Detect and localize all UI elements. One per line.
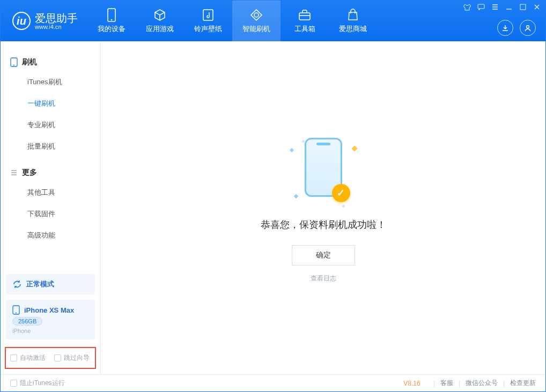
- svg-point-6: [527, 26, 529, 28]
- menu-icon[interactable]: [491, 3, 499, 11]
- view-log-link[interactable]: 查看日志: [311, 274, 336, 283]
- user-button[interactable]: [520, 20, 536, 36]
- refresh-icon: [249, 8, 263, 22]
- sidebar-item-other-tools[interactable]: 其他工具: [1, 182, 100, 203]
- content-body: 刷机 iTunes刷机 一键刷机 专业刷机 批量刷机 更多 其他工具 下载固件 …: [1, 41, 545, 374]
- svg-rect-3: [299, 13, 310, 20]
- highlighted-options: 自动激活 跳过向导: [5, 347, 96, 369]
- success-message: 恭喜您，保资料刷机成功啦！: [261, 218, 386, 231]
- app-site: www.i4.cn: [35, 24, 78, 30]
- sidebar: 刷机 iTunes刷机 一键刷机 专业刷机 批量刷机 更多 其他工具 下载固件 …: [1, 41, 101, 374]
- footer-link-support[interactable]: 客服: [440, 379, 453, 388]
- tab-smart-flash[interactable]: 智能刷机: [232, 1, 281, 41]
- sidebar-item-onekey-flash[interactable]: 一键刷机: [1, 93, 100, 114]
- music-icon: [201, 8, 215, 22]
- device-card[interactable]: iPhone XS Max 256GB iPhone: [6, 300, 95, 339]
- checkbox-auto-activate[interactable]: 自动激活: [10, 353, 46, 363]
- device-name: iPhone XS Max: [24, 306, 74, 314]
- result-card: ✓ 恭喜您，保资料刷机成功啦！ 确定 查看日志: [261, 132, 386, 283]
- tab-label: 铃声壁纸: [194, 24, 222, 34]
- tab-label: 爱思商城: [339, 24, 367, 34]
- minimize-icon[interactable]: [505, 3, 513, 11]
- svg-point-8: [13, 65, 14, 66]
- svg-rect-5: [520, 4, 526, 10]
- checkbox-icon: [10, 354, 17, 361]
- cube-icon: [153, 8, 167, 22]
- download-button[interactable]: [497, 20, 513, 36]
- close-icon[interactable]: [533, 3, 541, 11]
- tab-apps-games[interactable]: 应用游戏: [136, 1, 184, 41]
- checkbox-block-itunes[interactable]: 阻止iTunes运行: [10, 379, 65, 388]
- main-panel: ✓ 恭喜您，保资料刷机成功啦！ 确定 查看日志: [101, 41, 545, 374]
- toolbox-icon: [298, 8, 312, 22]
- device-capacity: 256GB: [12, 317, 42, 326]
- svg-point-10: [16, 313, 17, 314]
- logo-area: iu 爱思助手 www.i4.cn: [1, 1, 87, 41]
- feedback-icon[interactable]: [477, 3, 485, 11]
- nav-tabs: 我的设备 应用游戏 铃声壁纸 智能刷机: [87, 1, 377, 41]
- sidebar-group-more: 更多 其他工具 下载固件 高级功能: [1, 160, 100, 249]
- app-title: 爱思助手: [35, 12, 78, 24]
- tab-store[interactable]: 爱思商城: [329, 1, 377, 41]
- skin-icon[interactable]: [463, 3, 471, 11]
- list-icon: [10, 169, 18, 176]
- checkbox-icon: [10, 380, 17, 387]
- checkbox-skip-guide[interactable]: 跳过向导: [54, 353, 90, 363]
- sidebar-group-flash: 刷机 iTunes刷机 一键刷机 专业刷机 批量刷机: [1, 50, 100, 160]
- sidebar-item-itunes-flash[interactable]: iTunes刷机: [1, 71, 100, 93]
- sidebar-group-header: 更多: [1, 164, 100, 182]
- checkbox-icon: [54, 354, 61, 361]
- sidebar-item-advanced[interactable]: 高级功能: [1, 225, 100, 246]
- bag-icon: [346, 8, 360, 22]
- footer-link-update[interactable]: 检查更新: [510, 379, 536, 388]
- tab-toolbox[interactable]: 工具箱: [281, 1, 329, 41]
- svg-point-1: [111, 19, 113, 21]
- sidebar-item-download-firmware[interactable]: 下载固件: [1, 203, 100, 225]
- device-mode-label: 正常模式: [26, 279, 54, 289]
- check-badge-icon: ✓: [332, 184, 350, 202]
- device-mode-card[interactable]: 正常模式: [6, 274, 95, 294]
- version-label: V8.16: [403, 380, 420, 387]
- device-icon: [105, 8, 119, 22]
- titlebar: iu 爱思助手 www.i4.cn 我的设备 应用游戏: [1, 1, 545, 41]
- sidebar-group-header: 刷机: [1, 53, 100, 71]
- maximize-icon[interactable]: [519, 3, 527, 11]
- tab-label: 工具箱: [294, 24, 315, 34]
- logo-icon: iu: [12, 12, 31, 30]
- svg-rect-2: [203, 10, 213, 20]
- tab-ringtones[interactable]: 铃声壁纸: [184, 1, 232, 41]
- tab-label: 我的设备: [98, 24, 126, 34]
- sync-icon: [12, 279, 22, 289]
- sidebar-item-batch-flash[interactable]: 批量刷机: [1, 136, 100, 157]
- header-right: [497, 20, 536, 36]
- statusbar: 阻止iTunes运行 V8.16 | 客服 | 微信公众号 | 检查更新: [1, 374, 545, 391]
- device-sub: iPhone: [12, 328, 88, 334]
- sidebar-item-pro-flash[interactable]: 专业刷机: [1, 114, 100, 136]
- footer-link-wechat[interactable]: 微信公众号: [466, 379, 498, 388]
- tab-label: 智能刷机: [242, 24, 270, 34]
- svg-rect-4: [478, 4, 484, 9]
- app-window: iu 爱思助手 www.i4.cn 我的设备 应用游戏: [0, 0, 546, 392]
- phone-small-icon: [10, 57, 18, 67]
- confirm-button[interactable]: 确定: [292, 245, 355, 265]
- window-controls: [463, 3, 541, 11]
- phone-small-icon: [12, 305, 20, 315]
- tab-label: 应用游戏: [146, 24, 174, 34]
- success-illustration: ✓: [281, 132, 366, 208]
- tab-my-device[interactable]: 我的设备: [87, 1, 136, 41]
